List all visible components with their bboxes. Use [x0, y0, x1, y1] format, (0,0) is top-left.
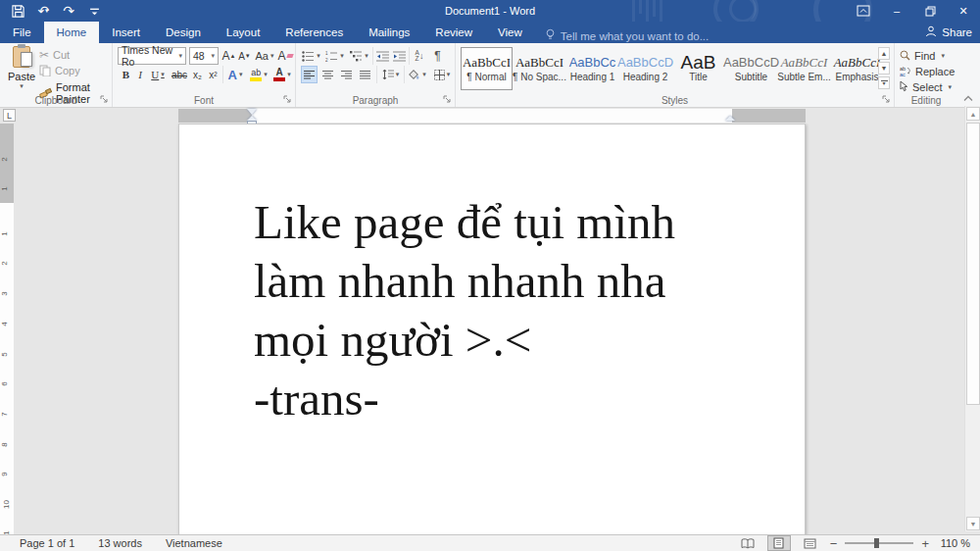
copy-button[interactable]: Copy: [39, 65, 80, 76]
underline-button[interactable]: U: [148, 66, 168, 83]
zoom-slider-thumb[interactable]: [874, 538, 879, 548]
tab-home[interactable]: Home: [44, 22, 100, 43]
undo-button[interactable]: ↶▾: [33, 1, 53, 21]
scrollbar-thumb[interactable]: [966, 123, 980, 405]
style-name: ¶ Normal: [466, 72, 506, 82]
document-text[interactable]: Like page để tụi mìnhlàm nhanh nhanh nha…: [254, 193, 744, 428]
redo-button[interactable]: ↷: [59, 1, 78, 21]
right-indent-marker[interactable]: [725, 116, 735, 121]
font-color-button[interactable]: A: [271, 66, 293, 83]
strikethrough-button[interactable]: abc: [171, 66, 188, 83]
font-dialog-launcher-icon[interactable]: [283, 95, 292, 104]
tab-layout[interactable]: Layout: [214, 22, 273, 43]
styles-dialog-launcher-icon[interactable]: [882, 95, 891, 104]
numbering-button[interactable]: 12: [323, 47, 346, 65]
collapse-ribbon-icon[interactable]: [963, 92, 973, 104]
save-icon[interactable]: [8, 1, 27, 21]
zoom-slider[interactable]: [845, 542, 913, 544]
ribbon-display-options-icon[interactable]: [847, 0, 880, 22]
first-line-indent-marker[interactable]: [247, 109, 257, 115]
align-right-button[interactable]: [338, 66, 355, 83]
shrink-font-button[interactable]: A▼: [237, 47, 252, 65]
vertical-scrollbar[interactable]: ▲ ▼: [964, 106, 980, 531]
tab-mailings[interactable]: Mailings: [356, 22, 422, 43]
paste-dropdown-arrow-icon[interactable]: ▾: [20, 82, 24, 90]
replace-button[interactable]: abac Replace: [900, 64, 955, 78]
scrollbar-down-icon[interactable]: ▼: [966, 517, 980, 530]
grow-font-button[interactable]: A▲: [221, 47, 236, 65]
change-case-button[interactable]: Aa: [254, 47, 275, 65]
tab-review[interactable]: Review: [422, 22, 485, 43]
web-layout-button[interactable]: [799, 535, 822, 551]
line-spacing-button[interactable]: [379, 66, 401, 83]
borders-button[interactable]: [431, 66, 453, 83]
shading-button[interactable]: [407, 66, 428, 83]
bold-button[interactable]: B: [120, 66, 132, 83]
style-card-no-spac[interactable]: AaBbCcI¶ No Spac...: [514, 47, 565, 90]
tab-view[interactable]: View: [485, 22, 535, 43]
increase-indent-button[interactable]: [391, 47, 407, 65]
scrollbar-up-icon[interactable]: ▲: [966, 107, 980, 121]
select-button[interactable]: Select: [900, 79, 952, 94]
zoom-in-button[interactable]: +: [921, 536, 929, 551]
styles-scroll-down-icon[interactable]: ▼: [878, 62, 890, 75]
style-card-normal[interactable]: AaBbCcI¶ Normal: [461, 47, 513, 90]
multilevel-list-button[interactable]: [348, 47, 370, 65]
redo-icon: ↷: [63, 3, 74, 19]
tab-insert[interactable]: Insert: [99, 22, 153, 43]
align-center-button[interactable]: [319, 66, 336, 83]
text-effects-button[interactable]: A: [225, 66, 245, 83]
font-size-combo[interactable]: 48 ▾: [189, 47, 219, 65]
minimize-button[interactable]: –: [880, 0, 913, 22]
style-card-heading-1[interactable]: AaBbCcHeading 1: [566, 47, 618, 90]
text-highlight-button[interactable]: ab: [248, 66, 270, 83]
show-hide-pilcrow-button[interactable]: ¶: [430, 47, 445, 65]
page-indicator[interactable]: Page 1 of 1: [20, 537, 74, 549]
style-card-subtle-em[interactable]: AaBbCcISubtle Em...: [778, 47, 830, 90]
tab-design[interactable]: Design: [153, 22, 214, 43]
styles-gallery-more-button[interactable]: ▾: [878, 76, 890, 89]
styles-scroll-up-icon[interactable]: ▲: [878, 47, 890, 60]
superscript-button[interactable]: x²: [206, 66, 220, 83]
customize-qat-icon[interactable]: [84, 1, 104, 21]
print-layout-button[interactable]: [767, 535, 791, 551]
word-count[interactable]: 13 words: [98, 537, 142, 549]
tab-references[interactable]: References: [272, 22, 356, 43]
justify-button[interactable]: [357, 66, 373, 83]
decrease-indent-button[interactable]: [374, 47, 390, 65]
paragraph-dialog-launcher-icon[interactable]: [443, 95, 452, 104]
share-button[interactable]: Share: [925, 22, 972, 43]
close-button[interactable]: ✕: [947, 0, 980, 22]
sort-button[interactable]: AZ ↓: [411, 47, 428, 65]
clear-formatting-icon: A: [277, 49, 285, 63]
read-mode-button[interactable]: [736, 535, 760, 551]
style-card-emphasis[interactable]: AaBbCcIEmphasis: [831, 47, 883, 90]
align-left-button[interactable]: [301, 66, 318, 83]
font-name-combo[interactable]: Times New Ro ▾: [118, 47, 186, 65]
restore-button[interactable]: [913, 0, 947, 22]
find-button[interactable]: Find: [900, 48, 945, 63]
tab-file[interactable]: File: [0, 22, 44, 43]
undo-dropdown-arrow-icon[interactable]: ▾: [45, 7, 49, 15]
document-page[interactable]: Like page để tụi mìnhlàm nhanh nhanh nha…: [178, 124, 806, 534]
clear-formatting-button[interactable]: A: [277, 47, 293, 65]
zoom-out-button[interactable]: −: [830, 536, 838, 551]
lightbulb-icon: [545, 28, 556, 43]
zoom-level[interactable]: 110 %: [937, 537, 970, 549]
font-size-value: 48: [193, 50, 205, 62]
cut-button[interactable]: ✂ Cut: [39, 48, 70, 62]
horizontal-ruler[interactable]: [178, 109, 806, 123]
style-card-heading-2[interactable]: AaBbCcDHeading 2: [619, 47, 671, 90]
tell-me-box[interactable]: Tell me what you want to do...: [545, 28, 710, 43]
language-indicator[interactable]: Vietnamese: [166, 537, 222, 549]
style-card-subtitle[interactable]: AaBbCcDSubtitle: [725, 47, 777, 90]
subscript-button[interactable]: x₂: [190, 66, 205, 83]
font-size-dropdown-arrow-icon[interactable]: ▾: [211, 52, 215, 60]
align-center-icon: [322, 71, 333, 79]
style-card-title[interactable]: AaBTitle: [672, 47, 724, 90]
font-name-dropdown-arrow-icon[interactable]: ▾: [178, 52, 182, 60]
tab-stop-selector[interactable]: L: [3, 109, 16, 122]
clipboard-dialog-launcher-icon[interactable]: [100, 95, 109, 104]
bullets-button[interactable]: [301, 47, 321, 65]
italic-button[interactable]: I: [134, 66, 146, 83]
